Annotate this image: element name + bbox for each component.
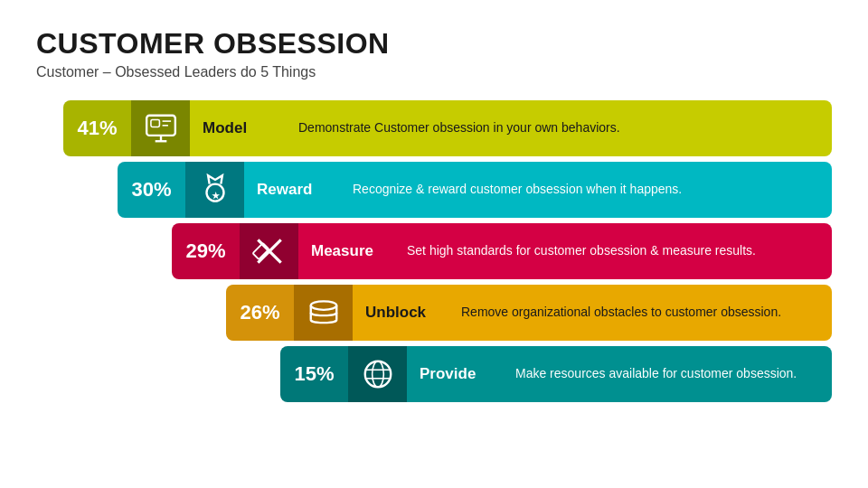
- svg-point-14: [364, 361, 391, 388]
- label-measure: Measure: [298, 223, 389, 279]
- slide: CUSTOMER OBSESSION Customer – Obsessed L…: [0, 0, 868, 488]
- icon-provide: [348, 346, 407, 402]
- bars-container: 41% Model Demonstrate Customer obsession…: [36, 100, 832, 402]
- percent-model: 41%: [63, 100, 131, 156]
- percent-provide: 15%: [280, 346, 348, 402]
- svg-rect-10: [252, 243, 269, 259]
- label-unblock: Unblock: [353, 285, 443, 341]
- bar-row-measure: 29% Measure Set high standards for custo…: [172, 223, 832, 279]
- svg-rect-3: [150, 120, 159, 127]
- label-reward: Reward: [244, 162, 335, 218]
- label-model: Model: [190, 100, 280, 156]
- desc-model: Demonstrate Customer obsession in your o…: [280, 100, 832, 156]
- icon-model: [131, 100, 190, 156]
- percent-measure: 29%: [172, 223, 240, 279]
- bar-row-reward: 30% ★ Reward Recognize & reward customer…: [118, 162, 832, 218]
- bar-row-model: 41% Model Demonstrate Customer obsession…: [63, 100, 832, 156]
- icon-reward: ★: [185, 162, 244, 218]
- svg-text:★: ★: [211, 191, 220, 201]
- icon-unblock: [294, 285, 353, 341]
- main-title: CUSTOMER OBSESSION: [36, 27, 832, 61]
- svg-point-15: [372, 361, 383, 388]
- bar-row-unblock: 26% Unblock Remove organizational obstac…: [226, 285, 832, 341]
- bar-row-provide: 15% Provide Make resources available for…: [280, 346, 832, 402]
- subtitle: Customer – Obsessed Leaders do 5 Things: [36, 64, 832, 80]
- percent-reward: 30%: [118, 162, 185, 218]
- desc-reward: Recognize & reward customer obsession wh…: [335, 162, 832, 218]
- percent-unblock: 26%: [226, 285, 294, 341]
- svg-point-11: [310, 301, 336, 310]
- label-provide: Provide: [407, 346, 497, 402]
- desc-unblock: Remove organizational obstacles to custo…: [443, 285, 832, 341]
- desc-provide: Make resources available for customer ob…: [497, 346, 832, 402]
- icon-measure: [240, 223, 298, 279]
- desc-measure: Set high standards for customer obsessio…: [389, 223, 832, 279]
